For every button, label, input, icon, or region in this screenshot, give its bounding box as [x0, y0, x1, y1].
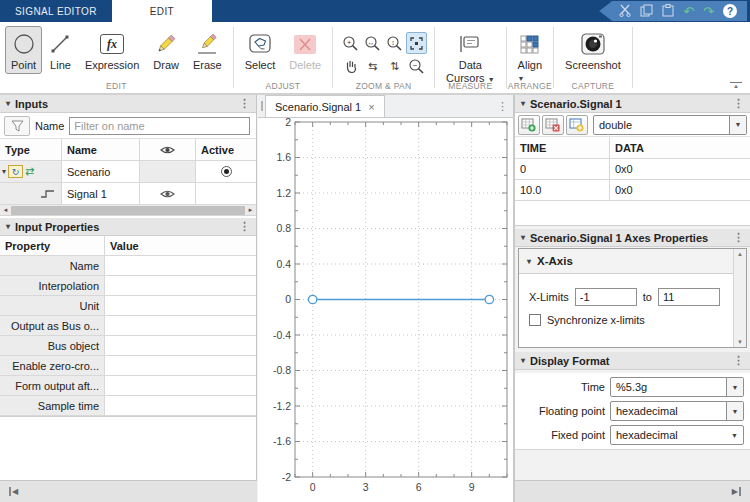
plot-tab[interactable]: Scenario.Signal 1 ×	[265, 95, 385, 117]
splitter-grip-icon[interactable]	[258, 95, 265, 117]
scrollbar-thumb[interactable]	[11, 206, 245, 215]
svg-text:0.8: 0.8	[276, 222, 291, 234]
zoom-out-icon[interactable]: −	[406, 55, 427, 77]
property-row: Interpolation	[0, 276, 256, 296]
expand-triangle-icon[interactable]: ▾	[2, 167, 6, 176]
signal-active-cell[interactable]	[196, 183, 256, 204]
scroll-up-icon[interactable]: ▲	[737, 251, 743, 257]
delete-button[interactable]: Delete	[283, 26, 327, 74]
data-cell[interactable]: 0x0	[610, 159, 750, 179]
x-axis-section-header[interactable]: ▾ X-Axis	[519, 249, 746, 274]
align-grid-icon	[519, 31, 540, 57]
filter-button[interactable]	[4, 116, 30, 136]
overflow-menu-icon[interactable]: ⋮	[733, 97, 744, 110]
overflow-menu-icon[interactable]: ⋮	[239, 220, 250, 233]
select-button[interactable]: Select	[239, 26, 282, 74]
property-value-cell[interactable]	[105, 396, 256, 415]
property-row: Form output aft...	[0, 376, 256, 396]
undo-icon[interactable]: ↶	[683, 5, 694, 18]
draw-button[interactable]: Draw	[147, 26, 185, 74]
scroll-down-icon[interactable]: ▼	[737, 339, 743, 345]
screenshot-button[interactable]: Screenshot	[559, 26, 627, 74]
signal-name[interactable]: Signal 1	[62, 183, 140, 204]
scenario-name[interactable]: Scenario	[62, 161, 140, 182]
collapse-triangle-icon[interactable]: ▾	[521, 233, 525, 242]
chevron-down-icon[interactable]: ▼	[729, 116, 746, 134]
property-value-cell[interactable]	[105, 356, 256, 375]
overflow-menu-icon[interactable]: ⋮	[733, 354, 744, 367]
property-value-cell[interactable]	[105, 256, 256, 275]
collapse-triangle-icon[interactable]: ▾	[521, 99, 525, 108]
overflow-menu-icon[interactable]: ⋮	[491, 100, 514, 113]
signal-visibility-eye-icon[interactable]	[140, 183, 196, 204]
scenario-active-radio[interactable]	[196, 161, 256, 182]
right-status-bar: ▶	[515, 480, 750, 502]
fit-to-view-icon[interactable]	[406, 32, 427, 54]
to-label: to	[643, 291, 652, 303]
time-cell[interactable]: 0	[515, 159, 610, 179]
chevron-down-icon[interactable]: ▼	[726, 402, 743, 420]
property-value-cell[interactable]	[105, 316, 256, 335]
add-signal-button[interactable]	[566, 115, 588, 135]
collapse-panel-right-icon[interactable]: ▶	[732, 487, 741, 496]
x-min-field[interactable]	[575, 288, 637, 306]
zoom-x-icon[interactable]: ↔	[362, 32, 383, 54]
close-icon[interactable]: ×	[368, 101, 374, 113]
tab-signal-editor[interactable]: SIGNAL EDITOR	[0, 0, 112, 22]
collapse-triangle-icon[interactable]: ▾	[6, 99, 10, 108]
property-value-cell[interactable]	[105, 296, 256, 315]
overflow-menu-icon[interactable]: ⋮	[733, 231, 744, 244]
insert-row-button[interactable]	[518, 115, 540, 135]
chevron-down-icon[interactable]: ▼	[726, 378, 743, 396]
help-icon[interactable]: ?	[723, 4, 737, 18]
chevron-down-icon[interactable]: ▼	[726, 426, 743, 444]
signal-plot-canvas[interactable]: 0369-2-1.6-1.2-0.8-0.400.40.81.21.62	[258, 118, 514, 502]
property-value-cell[interactable]	[105, 376, 256, 395]
property-value-cell[interactable]	[105, 336, 256, 355]
tab-edit[interactable]: EDIT	[112, 0, 212, 22]
point-button[interactable]: Point	[5, 26, 42, 74]
collapse-triangle-icon[interactable]: ▾	[6, 222, 10, 231]
fixed-point-dropdown[interactable]: hexadecimal ▼	[610, 425, 744, 445]
floating-point-dropdown[interactable]: hexadecimal ▼	[610, 401, 744, 421]
scroll-left-icon[interactable]: ◄	[0, 207, 11, 213]
time-cell[interactable]: 10.0	[515, 180, 610, 200]
expression-button[interactable]: fx Expression	[79, 26, 145, 74]
data-cell[interactable]: 0x0	[610, 180, 750, 200]
table-row-scenario[interactable]: ▾ ↻ ⇄ Scenario	[0, 161, 256, 183]
horizontal-scrollbar[interactable]: ◄ ►	[0, 205, 256, 216]
pan-y-icon[interactable]: ⇅	[384, 55, 405, 77]
vertical-scrollbar[interactable]: ▲ ▼	[733, 249, 746, 347]
data-cursors-button[interactable]: DataCursors ▼	[440, 26, 501, 87]
table-row-signal[interactable]: Signal 1	[0, 183, 256, 205]
time-format-dropdown[interactable]: %5.3g ▼	[610, 377, 744, 397]
time-format-label: Time	[521, 381, 605, 393]
signal-plot[interactable]: 0369-2-1.6-1.2-0.8-0.400.40.81.21.62	[258, 118, 514, 502]
property-value-cell[interactable]	[105, 276, 256, 295]
erase-button[interactable]: Erase	[187, 26, 228, 74]
synchronize-x-limits-checkbox[interactable]	[529, 314, 541, 326]
copy-icon[interactable]	[640, 4, 653, 19]
zoom-in-icon[interactable]: +	[340, 32, 361, 54]
svg-text:3: 3	[363, 481, 369, 493]
toolstrip-tabbar: SIGNAL EDITOR EDIT ↶ ↷ ?	[0, 0, 750, 22]
zoom-pan-grid: + ↔ ↕ ⇆ ⇅ −	[340, 32, 427, 77]
pan-x-icon[interactable]: ⇆	[362, 55, 383, 77]
collapse-ribbon-icon[interactable]: ▲	[730, 82, 742, 90]
collapse-triangle-icon[interactable]: ▾	[521, 356, 525, 365]
scroll-right-icon[interactable]: ►	[245, 207, 256, 213]
overflow-menu-icon[interactable]: ⋮	[239, 97, 250, 110]
cut-icon[interactable]	[619, 4, 631, 19]
filter-name-label: Name	[35, 120, 64, 132]
collapse-panel-left-icon[interactable]: ◀	[9, 487, 18, 496]
pan-icon[interactable]	[340, 55, 361, 77]
filter-input[interactable]	[69, 117, 250, 135]
line-button[interactable]: Line	[44, 26, 77, 74]
zoom-y-icon[interactable]: ↕	[384, 32, 405, 54]
delete-row-button[interactable]	[542, 115, 564, 135]
align-button[interactable]: Align▼	[512, 26, 548, 86]
datatype-dropdown[interactable]: double ▼	[593, 115, 747, 135]
paste-icon[interactable]	[662, 4, 674, 19]
redo-icon[interactable]: ↷	[703, 5, 714, 18]
x-max-field[interactable]	[658, 288, 720, 306]
